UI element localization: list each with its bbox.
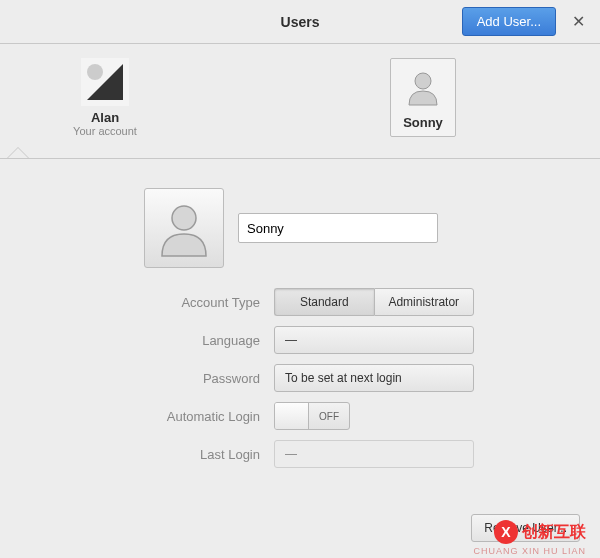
account-type-toggle[interactable]: Standard Administrator bbox=[274, 288, 474, 316]
account-type-standard[interactable]: Standard bbox=[274, 288, 374, 316]
user-card-sonny[interactable]: Sonny bbox=[390, 58, 456, 137]
avatar-generic-icon bbox=[399, 63, 447, 111]
user-detail-pane: Account Type Standard Administrator Lang… bbox=[0, 180, 600, 478]
automatic-login-switch[interactable]: OFF bbox=[274, 402, 350, 430]
user-name-label: Alan bbox=[60, 110, 150, 125]
switch-knob bbox=[275, 403, 309, 429]
user-subtitle-label: Your account bbox=[60, 125, 150, 137]
svg-point-2 bbox=[87, 64, 103, 80]
language-dropdown[interactable]: — bbox=[274, 326, 474, 354]
account-type-label: Account Type bbox=[40, 295, 274, 310]
svg-point-4 bbox=[172, 206, 196, 230]
password-button[interactable]: To be set at next login bbox=[274, 364, 474, 392]
remove-user-button[interactable]: Remove User... bbox=[471, 514, 580, 542]
avatar-photo bbox=[81, 58, 129, 106]
switch-state-label: OFF bbox=[309, 403, 349, 429]
user-name-label: Sonny bbox=[395, 115, 451, 130]
full-name-input[interactable] bbox=[238, 213, 438, 243]
svg-point-3 bbox=[415, 73, 431, 89]
password-label: Password bbox=[40, 371, 274, 386]
user-card-alan[interactable]: Alan Your account bbox=[60, 58, 150, 137]
add-user-button[interactable]: Add User... bbox=[462, 7, 556, 36]
avatar-picker[interactable] bbox=[144, 188, 224, 268]
watermark-sub: CHUANG XIN HU LIAN bbox=[473, 546, 586, 556]
section-divider bbox=[0, 158, 600, 159]
close-button[interactable]: ✕ bbox=[564, 8, 592, 36]
language-label: Language bbox=[40, 333, 274, 348]
user-list: Alan Your account Sonny bbox=[0, 44, 600, 160]
titlebar: Users Add User... ✕ bbox=[0, 0, 600, 44]
account-type-administrator[interactable]: Administrator bbox=[374, 288, 475, 316]
window-title: Users bbox=[281, 14, 320, 30]
last-login-value: — bbox=[274, 440, 474, 468]
automatic-login-label: Automatic Login bbox=[40, 409, 274, 424]
last-login-label: Last Login bbox=[40, 447, 274, 462]
